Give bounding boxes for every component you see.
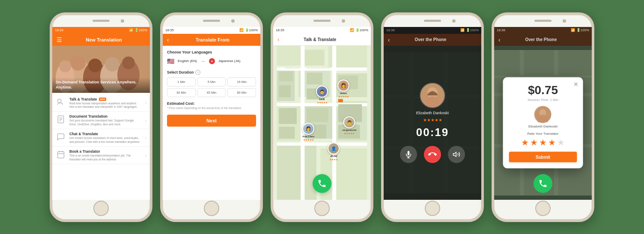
menu-item-book[interactable]: Book a Translator This is an onsite tran… [52, 147, 150, 164]
duration-label: Select Duration i [167, 70, 256, 75]
arrow-icon: › [145, 136, 146, 140]
language-selector[interactable]: 🇺🇸 English (EN) → ● Japanese (JA) [167, 58, 256, 65]
star-5[interactable]: ★ [557, 137, 565, 147]
phone-3-screen: 18:35 📶 🔋100% ‹ Talk & Translate [273, 27, 371, 200]
jp-flag-dot: ● [209, 58, 215, 64]
phone-4-camera [452, 19, 456, 23]
avatar-svg [420, 83, 444, 107]
phone-4-speaker [424, 20, 441, 22]
phone-5: 18:36 📶 🔋100% ‹ Over the Phone [492, 12, 594, 222]
status-time: 18:35 [165, 28, 174, 32]
phone-2-title: Translate From [169, 37, 256, 42]
speaker-button[interactable] [448, 146, 465, 163]
menu-title: Book a Translator [69, 149, 142, 154]
phone-3-home-button[interactable] [314, 201, 330, 216]
star-2[interactable]: ★ [530, 137, 538, 147]
submit-button[interactable]: Submit [509, 151, 577, 162]
phone-5-speaker [534, 20, 552, 22]
phone-1-home-button[interactable] [93, 201, 109, 216]
svg-marker-61 [453, 152, 456, 157]
status-icons: 📶 🔋100% [239, 28, 258, 32]
translator-name: Elizabeth Dankoski [416, 111, 449, 115]
phone-2-notch [163, 15, 260, 27]
phone-3-status: 18:35 📶 🔋100% [273, 27, 371, 34]
svg-point-11 [58, 99, 61, 102]
phone-1-screen: 18:33 📶 🔋100% ☰ New Translation [52, 27, 150, 200]
star-1[interactable]: ★ [521, 137, 529, 147]
svg-rect-45 [279, 127, 295, 139]
mute-button[interactable] [400, 146, 417, 163]
menu-item-chat[interactable]: Chat & Translate Get instant human trans… [52, 129, 150, 147]
star-3[interactable]: ★ [539, 137, 547, 147]
status-icons: 📶 🔋100% [129, 28, 147, 32]
duration-60min[interactable]: 60 Min [227, 88, 256, 97]
next-button[interactable]: Next [167, 115, 256, 127]
duration-15min[interactable]: 15 Min [227, 77, 256, 86]
status-icons: 📶 🔋100% [350, 28, 368, 32]
map-pin-kirill[interactable]: 👨 kirill ★★★★★ [316, 86, 328, 104]
phone-4-screen: 18:36 📶 🔋100% ‹ Over the Phone [384, 27, 481, 200]
translator-name-5: Elizabeth Dankoski [528, 124, 558, 128]
phone-1-camera [121, 19, 124, 23]
map-pin-helen[interactable]: 👩 Helen ★★★★★ [337, 80, 349, 98]
map-pin-adachen[interactable]: 👩 Ada.Chen ★★★★★ [302, 123, 314, 141]
menu-desc: This is an onsite translation/interpreta… [69, 154, 142, 161]
phone-5-camera [563, 19, 566, 23]
phone-5-header: ‹ Over the Phone [494, 34, 592, 46]
duration-5min[interactable]: 5 Min [197, 77, 226, 86]
phone-5-home-button[interactable] [535, 201, 551, 216]
status-time: 18:36 [386, 28, 395, 32]
svg-point-10 [59, 60, 71, 72]
menu-icon[interactable]: ☰ [57, 36, 62, 43]
svg-rect-16 [58, 151, 64, 158]
phone-3-title: Talk & Translate [280, 37, 361, 42]
svg-point-8 [122, 56, 135, 69]
close-icon[interactable]: ✕ [573, 80, 578, 87]
phone-5-notch [494, 15, 592, 27]
arrow-icon: › [145, 153, 146, 158]
phone-2-status-bar: 18:35 📶 🔋100% [163, 27, 260, 34]
menu-item-document[interactable]: Document Translation Get your documents … [52, 112, 150, 129]
rate-label: Rate Your Translator [509, 131, 577, 135]
menu-items-list: Talk & Translate NEW Real time human int… [52, 93, 150, 166]
phone-2-header: ‹ Translate From [163, 34, 260, 46]
map-pin-jdjw[interactable]: 👤 JDJW ★★★★ [328, 142, 340, 161]
call-timer: 00:19 [416, 126, 449, 139]
book-icon [56, 149, 66, 160]
talk-icon [56, 97, 66, 107]
menu-title: Document Translation [69, 114, 142, 118]
svg-rect-44 [279, 108, 297, 124]
svg-rect-21 [277, 46, 301, 65]
phone-4-notch [384, 15, 481, 27]
phone-4: 18:36 📶 🔋100% ‹ Over the Phone [381, 12, 484, 222]
menu-title: Chat & Translate [69, 132, 142, 136]
phone-3-notch [273, 15, 371, 27]
phone-2-home-button[interactable] [204, 201, 219, 216]
phone-5-title: Over the Phone [501, 37, 581, 42]
duration-30min[interactable]: 30 Min [167, 88, 196, 97]
menu-item-talk[interactable]: Talk & Translate NEW Real time human int… [52, 95, 150, 112]
map-pin-vicgautschi[interactable]: 👨 vicgautschi ★★★★★ [342, 116, 356, 135]
star-4[interactable]: ★ [548, 137, 556, 147]
call-button[interactable] [313, 174, 331, 193]
call-button-5[interactable] [534, 174, 552, 193]
duration-1min[interactable]: 1 Min [167, 77, 196, 86]
phone-3: 18:35 📶 🔋100% ‹ Talk & Translate [271, 12, 373, 222]
phone-3-speaker [313, 20, 331, 22]
choose-languages-label: Choose Your Languages [167, 50, 256, 54]
svg-point-4 [88, 59, 102, 72]
info-icon[interactable]: i [195, 70, 200, 75]
translator-stars: ★★★★★ [423, 118, 442, 122]
cost-note: * Price varies depending on the actual t… [167, 107, 256, 110]
phone-1-header: ☰ New Translation [52, 34, 150, 46]
phone-4-map-bg: Elizabeth Dankoski ★★★★★ 00:19 [384, 46, 481, 200]
duration-45min[interactable]: 45 Min [197, 88, 226, 97]
phone-4-home-button[interactable] [425, 201, 440, 216]
call-content: Elizabeth Dankoski ★★★★★ 00:19 [396, 78, 469, 167]
end-call-button[interactable] [424, 146, 441, 163]
flag-us: 🇺🇸 [167, 58, 174, 65]
status-time: 18:36 [497, 28, 505, 32]
svg-rect-37 [285, 67, 301, 68]
status-time: 18:35 [276, 28, 284, 32]
rating-stars[interactable]: ★ ★ ★ ★ ★ [509, 137, 577, 147]
